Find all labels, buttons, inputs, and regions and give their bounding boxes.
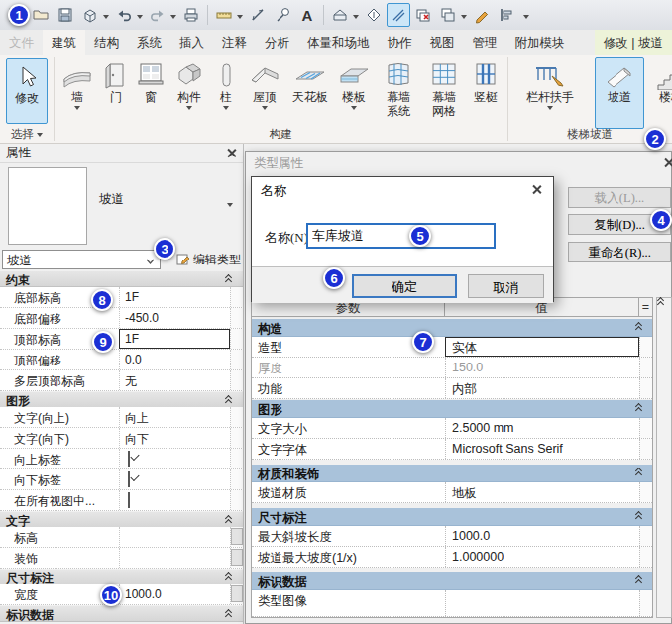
type-properties-close-icon[interactable] <box>663 157 672 168</box>
name-dialog-close-icon[interactable] <box>531 184 542 195</box>
load-button[interactable]: 载入(L)... <box>568 187 671 208</box>
max-incline-length-value[interactable]: 1000.0 <box>445 526 639 546</box>
section-text[interactable]: 文字 <box>0 512 244 528</box>
decoration-browse-button[interactable] <box>231 549 243 566</box>
base-level-value[interactable]: 1F <box>119 287 230 307</box>
top-level-value[interactable]: 1F <box>119 329 230 349</box>
align-icon[interactable] <box>495 3 518 27</box>
ramp-material-value[interactable]: 地板 <box>445 482 639 502</box>
rename-button[interactable]: 重命名(R)... <box>568 242 671 262</box>
print-icon[interactable] <box>179 3 203 27</box>
down-label-checkbox[interactable] <box>128 471 130 487</box>
ceiling-button[interactable]: 天花板 <box>287 58 333 104</box>
tab-collaborate[interactable]: 协作 <box>379 30 421 55</box>
component-button[interactable]: 构件 <box>169 58 209 113</box>
tab-annotate[interactable]: 注释 <box>213 30 256 55</box>
section-dimensions[interactable]: 尺寸标注 <box>0 570 244 585</box>
tab-structure[interactable]: 结构 <box>85 30 128 55</box>
max-slope-value[interactable]: 1.000000 <box>445 547 639 567</box>
curtain-grid-button[interactable]: 幕墙 网格 <box>422 58 466 118</box>
tab-insert[interactable]: 插入 <box>170 30 213 55</box>
width-browse-button[interactable] <box>231 585 243 602</box>
up-label-checkbox[interactable] <box>128 451 130 467</box>
railing-button[interactable]: 栏杆扶手 <box>517 58 583 113</box>
level-text-value[interactable] <box>119 527 230 547</box>
measure-icon[interactable] <box>212 3 236 27</box>
default-3d-view-caret-icon[interactable] <box>353 15 359 22</box>
type-selector-combo[interactable]: 坡道 <box>2 250 161 269</box>
modify-button[interactable]: 修改 <box>6 58 48 124</box>
save-icon[interactable] <box>54 3 77 27</box>
text-down-value[interactable]: 向下 <box>119 428 230 448</box>
top-offset-value[interactable]: 0.0 <box>119 350 230 369</box>
column-button[interactable]: 柱 <box>211 58 241 113</box>
tp-section-graphics[interactable]: 图形 <box>252 400 652 418</box>
door-button[interactable]: 门 <box>100 58 132 104</box>
width-value[interactable]: 1000.0 <box>119 584 230 604</box>
section-constraints[interactable]: 约束 <box>0 271 244 287</box>
properties-close-icon[interactable] <box>226 148 237 158</box>
floor-button[interactable]: 楼板 <box>335 58 373 113</box>
tab-massing-site[interactable]: 体量和场地 <box>298 30 379 55</box>
tab-manage[interactable]: 管理 <box>464 30 506 55</box>
select-group-label[interactable]: 选择 <box>0 127 54 142</box>
redo-icon[interactable] <box>146 3 169 27</box>
3d-views-icon[interactable] <box>78 3 102 27</box>
switch-windows-icon[interactable] <box>436 3 460 27</box>
tp-scrollbar[interactable] <box>656 297 672 618</box>
text-font-value[interactable]: Microsoft Sans Serif <box>445 439 639 459</box>
window-button[interactable]: 窗 <box>134 58 168 104</box>
section-icon[interactable] <box>362 3 386 27</box>
qat-customize-caret-icon[interactable] <box>523 15 529 22</box>
text-icon[interactable]: A <box>295 3 319 27</box>
tab-architecture[interactable]: 建筑 <box>43 30 85 55</box>
modify-pencil-icon[interactable] <box>470 3 494 27</box>
edit-type-button[interactable]: 编辑类型 <box>176 250 241 269</box>
tab-analyze[interactable]: 分析 <box>256 30 298 55</box>
thin-lines-icon[interactable] <box>387 3 410 27</box>
tag-icon[interactable] <box>271 3 294 27</box>
3d-views-caret-icon[interactable] <box>103 15 109 22</box>
shape-value[interactable]: 实体 <box>445 337 639 357</box>
tp-section-construction[interactable]: 构造 <box>252 319 652 337</box>
undo-icon[interactable] <box>112 3 136 27</box>
tab-file[interactable]: 文件 <box>0 30 43 55</box>
section-identity-data[interactable]: 标识数据 <box>0 606 244 622</box>
curtain-system-button[interactable]: 幕墙 系统 <box>377 58 420 118</box>
switch-windows-caret-icon[interactable] <box>461 15 467 22</box>
type-selector-caret-icon[interactable] <box>227 203 233 210</box>
section-graphics[interactable]: 图形 <box>0 392 244 408</box>
type-image-value[interactable] <box>445 590 639 616</box>
ramp-button[interactable]: 坡道 <box>595 57 644 129</box>
roof-button[interactable]: 屋顶 <box>244 58 285 113</box>
decoration-value[interactable] <box>119 548 230 568</box>
open-icon[interactable] <box>29 3 53 27</box>
aligned-dimension-icon[interactable] <box>246 3 270 27</box>
text-up-value[interactable]: 向上 <box>119 407 230 427</box>
text-size-value[interactable]: 2.5000 mm <box>445 418 639 438</box>
level-browse-button[interactable] <box>231 528 243 545</box>
all-views-checkbox[interactable] <box>128 492 130 508</box>
undo-caret-icon[interactable] <box>137 15 143 22</box>
stair-button[interactable]: 楼梯 <box>646 58 672 104</box>
wall-button[interactable]: 墙 <box>57 58 97 113</box>
multistory-value[interactable]: 无 <box>119 370 230 390</box>
ok-button[interactable]: 确定 <box>352 274 457 298</box>
tp-section-dimensions[interactable]: 尺寸标注 <box>252 508 652 526</box>
tab-systems[interactable]: 系统 <box>128 30 170 55</box>
name-input[interactable] <box>306 223 496 249</box>
function-value[interactable]: 内部 <box>445 378 639 398</box>
measure-caret-icon[interactable] <box>237 15 243 22</box>
build-group-label[interactable]: 构建 <box>54 127 507 142</box>
default-3d-view-icon[interactable] <box>328 3 352 27</box>
mullion-button[interactable]: 竖梃 <box>468 58 504 104</box>
tab-addins[interactable]: 附加模块 <box>506 30 574 55</box>
base-offset-value[interactable]: -450.0 <box>119 308 230 328</box>
cancel-button[interactable]: 取消 <box>468 274 544 298</box>
close-hidden-windows-icon[interactable] <box>411 3 435 27</box>
tp-section-identity-data[interactable]: 标识数据 <box>252 572 652 590</box>
tab-view[interactable]: 视图 <box>421 30 464 55</box>
tab-modify-ramp[interactable]: 修改 | 坡道 <box>595 30 672 55</box>
tp-section-materials[interactable]: 材质和装饰 <box>252 465 652 482</box>
redo-caret-icon[interactable] <box>170 15 176 22</box>
